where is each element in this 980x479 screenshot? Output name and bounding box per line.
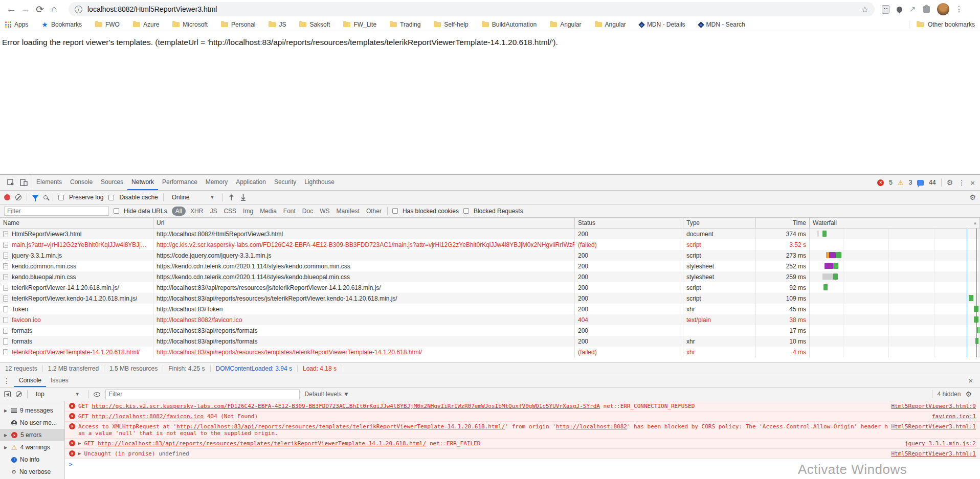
column-header-time[interactable]: Time <box>756 218 810 228</box>
request-waterfall-cell[interactable] <box>810 325 980 336</box>
other-bookmarks[interactable]: Other bookmarks <box>909 21 975 28</box>
javascript-context-select[interactable]: top ▼ <box>33 390 83 399</box>
table-row[interactable]: formatshttp://localhost:83/api/reports/f… <box>0 325 980 336</box>
request-time-cell[interactable]: 10 ms <box>756 336 810 347</box>
request-type-cell[interactable]: document <box>683 229 756 239</box>
arrow-extension-icon[interactable]: ↗ <box>909 5 916 14</box>
reload-icon[interactable]: ⟳ <box>33 2 47 16</box>
request-waterfall-cell[interactable] <box>810 239 980 250</box>
request-time-cell[interactable]: 17 ms <box>756 325 810 336</box>
request-time-cell[interactable]: 252 ms <box>756 261 810 271</box>
filter-type-ws[interactable]: WS <box>320 208 329 215</box>
filter-type-xhr[interactable]: XHR <box>190 208 203 215</box>
issues-count[interactable]: 44 <box>929 179 936 186</box>
warning-count[interactable]: 3 <box>909 179 912 186</box>
console-sidebar-item[interactable]: ▶⚠4 warnings <box>0 441 64 453</box>
filter-type-css[interactable]: CSS <box>224 208 236 215</box>
bookmark-folder-item[interactable]: Trading <box>390 21 420 28</box>
request-status-cell[interactable]: 404 <box>575 314 683 325</box>
request-url-cell[interactable]: http://localhost:83/api/reports/resource… <box>153 347 575 357</box>
column-header-type[interactable]: Type <box>683 218 756 228</box>
request-status-cell[interactable]: 200 <box>575 304 683 314</box>
filter-type-doc[interactable]: Doc <box>302 208 313 215</box>
request-type-cell[interactable]: stylesheet <box>683 271 756 282</box>
bookmark-mdn-item[interactable]: MDN - Search <box>699 21 745 28</box>
request-type-cell[interactable]: script <box>683 239 756 250</box>
back-icon[interactable]: ← <box>4 2 18 16</box>
profile-avatar[interactable] <box>937 3 949 15</box>
import-har-icon[interactable] <box>228 194 235 201</box>
request-waterfall-cell[interactable] <box>810 271 980 282</box>
tab-network[interactable]: Network <box>127 175 158 190</box>
has-blocked-cookies-checkbox[interactable] <box>392 208 398 214</box>
request-type-cell[interactable]: xhr <box>683 336 756 347</box>
bookmark-folder-item[interactable]: JS <box>269 21 286 28</box>
request-type-cell[interactable]: script <box>683 293 756 304</box>
hide-data-urls-checkbox[interactable] <box>114 208 119 214</box>
tab-console[interactable]: Console <box>66 175 97 190</box>
error-count[interactable]: 5 <box>889 179 893 186</box>
droplet-extension-icon[interactable] <box>896 5 904 13</box>
error-count-icon[interactable]: × <box>877 179 884 186</box>
request-url-cell[interactable]: http://localhost:8082/favicon.ico <box>153 314 575 325</box>
table-row[interactable]: jquery-3.3.1.min.jshttps://code.jquery.c… <box>0 250 980 261</box>
request-waterfall-cell[interactable] <box>810 314 980 325</box>
kaspersky-extension-icon[interactable] <box>882 5 889 14</box>
request-url-cell[interactable]: https://code.jquery.com/jquery-3.3.1.min… <box>153 250 575 261</box>
table-row[interactable]: main.js?attr=vjrHi12G2zYeBhlt0rKqiJJw4l8… <box>0 239 980 250</box>
request-time-cell[interactable]: 38 ms <box>756 314 810 325</box>
message-link[interactable]: http://gc.kis.v2.scr.kaspersky-labs.com/… <box>92 403 600 409</box>
drawer-tab-issues[interactable]: Issues <box>46 374 73 387</box>
filter-type-media[interactable]: Media <box>260 208 277 215</box>
preserve-log-label[interactable]: Preserve log <box>69 194 103 201</box>
request-waterfall-cell[interactable] <box>810 250 980 261</box>
bookmark-folder-item[interactable]: Microsoft <box>172 21 208 28</box>
message-link[interactable]: http://localhost:8082 <box>556 423 627 430</box>
request-type-cell[interactable]: text/plain <box>683 314 756 325</box>
filter-type-js[interactable]: JS <box>210 208 217 215</box>
bookmark-folder-item[interactable]: BuildAutomation <box>482 21 537 28</box>
console-filter-input[interactable] <box>105 390 300 399</box>
table-row[interactable]: favicon.icohttp://localhost:8082/favicon… <box>0 314 980 325</box>
request-url-cell[interactable]: http://localhost:83/api/reports/formats <box>153 325 575 336</box>
column-header-waterfall[interactable]: Waterfall▲ <box>810 218 980 228</box>
inspect-element-icon[interactable] <box>7 179 15 187</box>
source-link[interactable]: Html5ReportViewer3.html:1 <box>891 423 976 430</box>
device-toolbar-icon[interactable] <box>20 179 28 186</box>
request-url-cell[interactable]: http://localhost:83//api/reports/resourc… <box>153 282 575 293</box>
issues-icon[interactable] <box>917 180 924 186</box>
request-name-cell[interactable]: Token <box>0 304 153 314</box>
console-settings-icon[interactable]: ⚙ <box>965 390 972 398</box>
request-time-cell[interactable]: 45 ms <box>756 304 810 314</box>
drawer-menu-icon[interactable]: ⋮ <box>3 377 10 385</box>
request-time-cell[interactable]: 92 ms <box>756 282 810 293</box>
tab-elements[interactable]: Elements <box>32 175 66 190</box>
expand-triangle-icon[interactable]: ▶ <box>78 441 81 446</box>
bookmark-folder-item[interactable]: Azure <box>133 21 159 28</box>
request-status-cell[interactable]: 200 <box>575 325 683 336</box>
request-type-cell[interactable] <box>683 325 756 336</box>
log-levels-select[interactable]: Default levels ▼ <box>305 391 349 398</box>
bookmark-folder-item[interactable]: Angular <box>595 21 626 28</box>
export-har-icon[interactable] <box>240 194 247 201</box>
table-row[interactable]: kendo.common.min.csshttps://kendo.cdn.te… <box>0 261 980 271</box>
preserve-log-checkbox[interactable] <box>58 195 64 200</box>
filter-type-all[interactable]: All <box>172 207 186 216</box>
table-row[interactable]: telerikReportViewerTemplate-14.1.20.618.… <box>0 347 980 357</box>
console-sidebar-item[interactable]: ▶9 messages <box>0 404 64 417</box>
console-sidebar-item[interactable]: iNo info <box>0 453 64 466</box>
source-link[interactable]: Html5ReportViewer3.html:1 <box>891 450 976 457</box>
tab-sources[interactable]: Sources <box>97 175 127 190</box>
request-waterfall-cell[interactable] <box>810 261 980 271</box>
table-row[interactable]: Tokenhttp://localhost:83/Token200xhr45 m… <box>0 304 980 314</box>
console-sidebar-item[interactable]: ▶×5 errors <box>0 429 64 441</box>
request-name-cell[interactable]: kendo.blueopal.min.css <box>0 271 153 282</box>
request-name-cell[interactable]: jquery-3.3.1.min.js <box>0 250 153 261</box>
request-waterfall-cell[interactable] <box>810 293 980 304</box>
message-link[interactable]: http://localhost:83/api/reports/resource… <box>98 440 426 447</box>
blocked-requests-label[interactable]: Blocked Requests <box>474 208 523 215</box>
tab-memory[interactable]: Memory <box>202 175 232 190</box>
clear-network-log-icon[interactable] <box>15 194 21 200</box>
tab-lighthouse[interactable]: Lighthouse <box>300 175 339 190</box>
request-time-cell[interactable]: 3.52 s <box>756 239 810 250</box>
